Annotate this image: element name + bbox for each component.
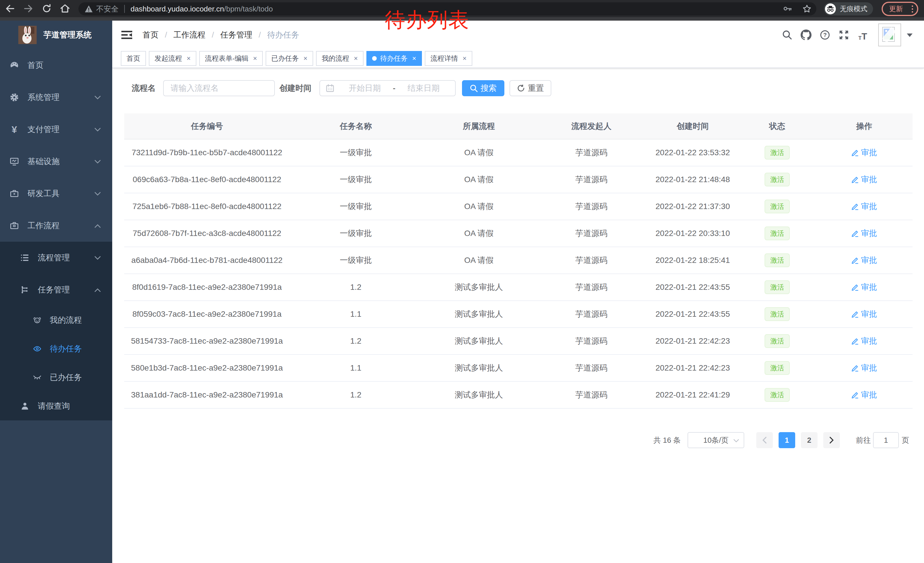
update-label: 更新 bbox=[889, 4, 903, 14]
close-icon[interactable]: × bbox=[412, 55, 416, 62]
browser-back-button[interactable] bbox=[4, 3, 15, 14]
sidebar-item-system[interactable]: 系统管理 bbox=[0, 81, 112, 113]
cell-name: 一级审批 bbox=[290, 139, 422, 166]
cell-created: 2022-01-22 23:53:32 bbox=[647, 139, 738, 166]
cell-name: 一级审批 bbox=[290, 220, 422, 247]
approve-link[interactable]: 审批 bbox=[851, 389, 877, 400]
close-icon[interactable]: × bbox=[303, 55, 308, 62]
avatar-caret-icon[interactable] bbox=[907, 33, 912, 40]
sidebar-item-workflow[interactable]: 工作流程 bbox=[0, 210, 112, 242]
page-button-2[interactable]: 2 bbox=[801, 432, 818, 448]
cell-status: 激活 bbox=[738, 247, 816, 274]
breadcrumb-current: 待办任务 bbox=[267, 30, 299, 41]
sidebar-toggle-icon[interactable] bbox=[122, 30, 132, 39]
cell-initiator: 芋道源码 bbox=[536, 381, 647, 408]
browser-forward-button[interactable] bbox=[23, 3, 34, 14]
sidebar-item-payment[interactable]: ¥ 支付管理 bbox=[0, 113, 112, 146]
sidebar-item-devtools[interactable]: 研发工具 bbox=[0, 177, 112, 210]
browser-reload-button[interactable] bbox=[41, 3, 52, 14]
tab-my-process[interactable]: 我的流程× bbox=[316, 51, 363, 66]
cell-action: 审批 bbox=[816, 247, 912, 274]
cell-status: 激活 bbox=[738, 327, 816, 354]
page-content: 流程名 请输入流程名 创建时间 开始日期 - 结束日期 搜索 重置 bbox=[112, 68, 924, 563]
approve-link[interactable]: 审批 bbox=[851, 282, 877, 293]
sidebar-item-task-mgmt[interactable]: 任务管理 bbox=[0, 274, 112, 306]
broken-image-icon bbox=[882, 27, 896, 43]
tab-process-detail[interactable]: 流程详情× bbox=[425, 51, 472, 66]
logo[interactable]: 芋道管理系统 bbox=[0, 21, 112, 49]
page-size-select[interactable]: 10条/页 bbox=[687, 432, 744, 448]
sidebar-item-my-process[interactable]: 我的流程 bbox=[0, 306, 112, 335]
status-badge: 激活 bbox=[765, 361, 790, 375]
date-range-input[interactable]: 开始日期 - 结束日期 bbox=[320, 80, 456, 96]
annotation-overlay: 待办列表 bbox=[385, 6, 470, 34]
logo-image bbox=[18, 26, 37, 44]
cell-process: 测试多审批人 bbox=[422, 354, 536, 381]
bookmark-star-icon[interactable] bbox=[802, 5, 811, 13]
password-key-icon[interactable] bbox=[783, 5, 792, 13]
jump-page-input[interactable]: 1 bbox=[873, 432, 899, 448]
fullscreen-icon[interactable] bbox=[838, 29, 850, 41]
eye-open-icon bbox=[33, 345, 41, 353]
dashboard-icon bbox=[10, 60, 19, 70]
approve-link[interactable]: 审批 bbox=[851, 309, 877, 320]
top-navbar: 首页 / 工作流程 / 任务管理 / 待办任务 ? TT bbox=[112, 21, 924, 49]
approve-link[interactable]: 审批 bbox=[851, 255, 877, 266]
search-icon[interactable] bbox=[782, 29, 793, 41]
help-icon[interactable]: ? bbox=[819, 29, 831, 41]
cell-created: 2022-01-22 21:37:30 bbox=[647, 193, 738, 220]
status-badge: 激活 bbox=[765, 146, 790, 159]
browser-home-button[interactable] bbox=[60, 3, 70, 14]
sidebar-item-leave-query[interactable]: 请假查询 bbox=[0, 392, 112, 420]
process-name-input[interactable]: 请输入流程名 bbox=[163, 80, 275, 96]
avatar[interactable] bbox=[878, 24, 901, 47]
github-icon[interactable] bbox=[800, 29, 812, 41]
sidebar-item-process-mgmt[interactable]: 流程管理 bbox=[0, 242, 112, 274]
pen-icon bbox=[851, 284, 859, 291]
tab-done-tasks[interactable]: 已办任务× bbox=[266, 51, 313, 66]
sidebar-item-infra[interactable]: 基础设施 bbox=[0, 146, 112, 177]
approve-link[interactable]: 审批 bbox=[851, 228, 877, 239]
close-icon[interactable]: × bbox=[463, 55, 466, 62]
tab-start-process[interactable]: 发起流程× bbox=[149, 51, 196, 66]
sidebar-item-home[interactable]: 首页 bbox=[0, 49, 112, 81]
sidebar-item-todo-tasks[interactable]: 待办任务 bbox=[0, 335, 112, 363]
next-page-button[interactable] bbox=[823, 432, 840, 448]
cell-id: 75d72608-7b7f-11ec-a3c8-acde48001122 bbox=[124, 220, 290, 247]
approve-link[interactable]: 审批 bbox=[851, 174, 877, 185]
col-initiator: 流程发起人 bbox=[536, 113, 647, 139]
col-task-id: 任务编号 bbox=[124, 113, 290, 139]
cell-status: 激活 bbox=[738, 193, 816, 220]
close-icon[interactable]: × bbox=[187, 55, 190, 62]
font-size-icon[interactable]: TT bbox=[857, 29, 868, 41]
approve-link[interactable]: 审批 bbox=[851, 147, 877, 158]
reset-button[interactable]: 重置 bbox=[510, 80, 551, 96]
breadcrumb-task-mgmt[interactable]: 任务管理 bbox=[220, 30, 252, 41]
pen-icon bbox=[851, 337, 859, 345]
cell-name: 1.1 bbox=[290, 301, 422, 327]
cell-action: 审批 bbox=[816, 301, 912, 327]
update-button[interactable]: 更新 bbox=[882, 2, 918, 16]
page-button-1[interactable]: 1 bbox=[778, 432, 795, 448]
breadcrumb-workflow[interactable]: 工作流程 bbox=[174, 30, 206, 41]
prev-page-button[interactable] bbox=[756, 432, 773, 448]
close-icon[interactable]: × bbox=[253, 55, 257, 62]
approve-link[interactable]: 审批 bbox=[851, 336, 877, 347]
close-icon[interactable]: × bbox=[354, 55, 358, 62]
cell-id: 8f0d1619-7ac8-11ec-a9e2-a2380e71991a bbox=[124, 274, 290, 301]
cell-initiator: 芋道源码 bbox=[536, 166, 647, 193]
tab-home[interactable]: 首页 bbox=[121, 51, 146, 66]
cell-process: 测试多审批人 bbox=[422, 381, 536, 408]
sidebar-item-done-tasks[interactable]: 已办任务 bbox=[0, 363, 112, 392]
approve-link[interactable]: 审批 bbox=[851, 363, 877, 374]
col-status: 状态 bbox=[738, 113, 816, 139]
tab-form-edit[interactable]: 流程表单-编辑× bbox=[199, 51, 263, 66]
search-button[interactable]: 搜索 bbox=[462, 80, 504, 96]
cell-created: 2022-01-21 22:42:23 bbox=[647, 354, 738, 381]
approve-link[interactable]: 审批 bbox=[851, 201, 877, 212]
breadcrumb-home[interactable]: 首页 bbox=[142, 30, 159, 41]
chrome-menu-icon[interactable] bbox=[912, 6, 913, 13]
tab-todo-tasks[interactable]: 待办任务× bbox=[366, 51, 422, 66]
eye-closed-icon bbox=[33, 374, 41, 381]
col-action: 操作 bbox=[816, 113, 912, 139]
